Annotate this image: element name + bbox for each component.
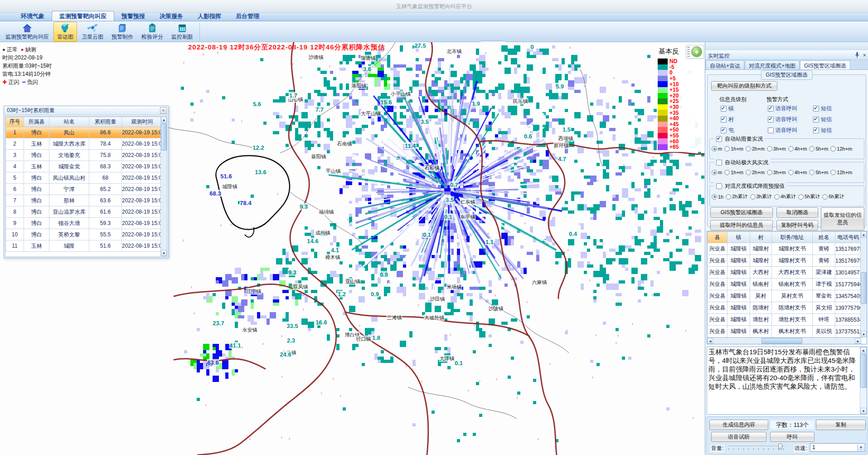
auto-rain-checkbox[interactable]: [716, 136, 722, 142]
volume-slider-thumb[interactable]: [778, 444, 782, 450]
table-row[interactable]: 8博白亚山温罗水库61.62022-08-19 15:00: [6, 206, 163, 218]
panel-tab-1[interactable]: 对流尺度模式+地图: [745, 60, 800, 69]
table-row[interactable]: 11玉林城隍51.62022-08-19 15:00: [6, 240, 163, 252]
generate-message-button[interactable]: 生成信息内容: [709, 420, 768, 430]
column-header[interactable]: 所属县: [24, 117, 49, 127]
column-header[interactable]: 村: [750, 232, 772, 243]
town-voice-checkbox[interactable]: [768, 106, 774, 112]
column-header[interactable]: 序号: [6, 117, 24, 127]
scroll-right-icon[interactable]: ►: [855, 338, 861, 344]
scroll-up-icon[interactable]: ▲: [861, 231, 867, 238]
panel-tab-0[interactable]: 自动站+雷达: [706, 60, 744, 69]
pin-icon[interactable]: [854, 52, 860, 59]
radio-option[interactable]: 12h+m: [830, 146, 852, 152]
column-header[interactable]: 电话号码: [835, 232, 862, 243]
menu-tab-4[interactable]: 人影指挥: [190, 11, 228, 21]
rain-window-titlebar[interactable]: 03时~15时累积雨量 ×: [4, 106, 168, 115]
message-scrollbar[interactable]: ▲ ▼: [860, 347, 867, 414]
scroll-up-icon[interactable]: ▲: [860, 347, 867, 353]
radio-option[interactable]: 3h+m: [767, 146, 786, 152]
radio-option[interactable]: 12h+m: [830, 170, 852, 175]
toolbar-satellite-button[interactable]: 卫星云图: [78, 22, 107, 42]
table-row[interactable]: 兴业县城隍镇枫木村枫木村支书吴以悦137375511: [708, 326, 862, 338]
menu-tab-1[interactable]: 监测预警靶向叫应: [52, 11, 114, 21]
contact-table-vscrollbar[interactable]: ▲ ▼: [860, 231, 867, 338]
volume-slider[interactable]: [727, 443, 785, 451]
column-header[interactable]: 县: [708, 232, 727, 243]
scroll-up-icon[interactable]: ▲: [161, 117, 167, 123]
radio-option[interactable]: 3h累计: [750, 193, 772, 200]
radar-map[interactable]: ♀♀♀♀♀♀♀♀♀♀♀♀♀♀♀♀♀♀♀♀♀♀♀♀♀♀♀♀♀♀♀♀♀♀♀♀♀♀♀♀…: [0, 42, 705, 455]
table-row[interactable]: 2玉林城隍大西水库78.42022-08-19 15:00: [6, 138, 163, 150]
tts-preview-button[interactable]: 语音试听: [711, 432, 766, 442]
scroll-left-icon[interactable]: ◄: [707, 338, 713, 344]
column-header[interactable]: 职务/地址: [772, 232, 813, 243]
radio-option[interactable]: 5h+m: [809, 170, 828, 175]
radio-option[interactable]: 2h+m: [746, 146, 765, 152]
radio-option[interactable]: 1h+m: [724, 146, 743, 152]
menu-tab-5[interactable]: 后台管理: [228, 11, 267, 21]
cancel-select-button[interactable]: 取消圈选: [776, 207, 818, 218]
extract-call-button[interactable]: 提取呼叫的信息员: [710, 220, 773, 230]
table-row[interactable]: 10博白英桥文黎55.52022-08-19 15:00: [6, 229, 163, 240]
level-mode-button[interactable]: 靶向叫应的级别和方式: [711, 81, 777, 91]
hamlet-voice-checkbox[interactable]: [768, 127, 774, 133]
copy-button[interactable]: 复制: [816, 420, 866, 430]
radio-option[interactable]: 5h累计: [798, 193, 820, 200]
village-checkbox[interactable]: [721, 117, 727, 122]
column-header[interactable]: 观测时间: [122, 117, 163, 127]
extract-sms-button[interactable]: 提取发短信的信息员: [821, 207, 864, 230]
radio-option[interactable]: 4h+m: [788, 146, 807, 152]
table-row[interactable]: 兴业县城隍镇城隍村城隍村支书黄铸135176975: [708, 255, 862, 267]
table-row[interactable]: 兴业县城隍镇大西村大西村支书梁泽建130149571: [708, 267, 862, 279]
table-row[interactable]: 3博白文地姜充75.82022-08-19 15:00: [6, 150, 163, 161]
menu-tab-0[interactable]: 环境气象: [14, 11, 52, 21]
contact-table-hscrollbar[interactable]: ◄ ►: [707, 338, 861, 344]
scroll-down-icon[interactable]: ▼: [861, 331, 867, 338]
model-forecast-checkbox[interactable]: [716, 183, 722, 189]
radio-option[interactable]: 4h累计: [774, 193, 796, 200]
scroll-down-icon[interactable]: ▼: [860, 408, 867, 414]
table-row[interactable]: 9博白顿谷大塘59.32022-08-19 15:00: [6, 218, 163, 229]
table-row[interactable]: 1博白凤山86.62022-08-19 15:00: [6, 127, 163, 138]
village-sms-checkbox[interactable]: [813, 117, 819, 122]
copy-numbers-button[interactable]: 复制呼叫号码: [776, 220, 818, 230]
toolbar-radar-button[interactable]: 雷达图: [53, 22, 77, 42]
close-icon[interactable]: ×: [863, 52, 866, 59]
table-row[interactable]: 兴业县城隍镇陈塘村陈塘村支书莫文绍139775796: [708, 302, 862, 314]
rain-table-scrollbar[interactable]: ▲ ▼: [160, 117, 167, 256]
column-header[interactable]: 镇: [727, 232, 750, 243]
hamlet-sms-checkbox[interactable]: [813, 127, 819, 133]
table-row[interactable]: 5博白凤山镇凤山村682022-08-19 15:00: [6, 172, 163, 184]
speed-dropdown[interactable]: 1 ▼: [810, 443, 865, 452]
village-voice-checkbox[interactable]: [768, 117, 774, 122]
column-header[interactable]: 站名: [49, 117, 89, 127]
table-row[interactable]: 兴业县城隍镇莫村莫村支书覃金乾134575405: [708, 290, 862, 302]
column-header[interactable]: 累积雨量: [89, 117, 122, 127]
toolbar-warning-make-button[interactable]: 预警制作: [108, 22, 137, 42]
zoom-button[interactable]: +: [686, 45, 704, 59]
column-header[interactable]: 姓名: [813, 232, 835, 243]
radio-option[interactable]: 5h+m: [809, 146, 828, 152]
radio-option[interactable]: 4h+m: [788, 170, 807, 175]
menu-tab-2[interactable]: 预警预报: [114, 11, 152, 21]
table-row[interactable]: 7博白那林63.62022-08-19 15:00: [6, 195, 163, 206]
table-row[interactable]: 兴业县城隍镇城隍村城隍村支书黄铸135176975: [708, 243, 862, 255]
town-sms-checkbox[interactable]: [813, 106, 819, 112]
toolbar-score-button[interactable]: 检验评分: [138, 22, 167, 42]
toolbar-home-button[interactable]: 监测预警靶向叫应: [2, 22, 53, 42]
hamlet-checkbox[interactable]: [721, 127, 727, 133]
call-button[interactable]: 呼叫: [770, 432, 815, 442]
radio-option[interactable]: m: [712, 170, 722, 175]
radio-option[interactable]: 1h+m: [724, 170, 743, 175]
toolbar-refresh-button[interactable]: 监控刷新: [168, 22, 197, 42]
radio-option[interactable]: m: [712, 146, 722, 152]
gis-select-button[interactable]: GIS预警区域圈选: [710, 207, 773, 218]
radio-option[interactable]: 3h+m: [767, 170, 786, 175]
radio-option[interactable]: 2h+m: [746, 170, 765, 175]
table-row[interactable]: 兴业县城隍镇镇南村镇南村支书谭于模151775946: [708, 279, 862, 290]
town-checkbox[interactable]: [721, 106, 727, 112]
radio-option[interactable]: 6h累计: [822, 193, 844, 200]
menu-tab-3[interactable]: 决策服务: [152, 11, 190, 21]
panel-tab-2[interactable]: GIS预警区域圈选: [800, 60, 850, 70]
